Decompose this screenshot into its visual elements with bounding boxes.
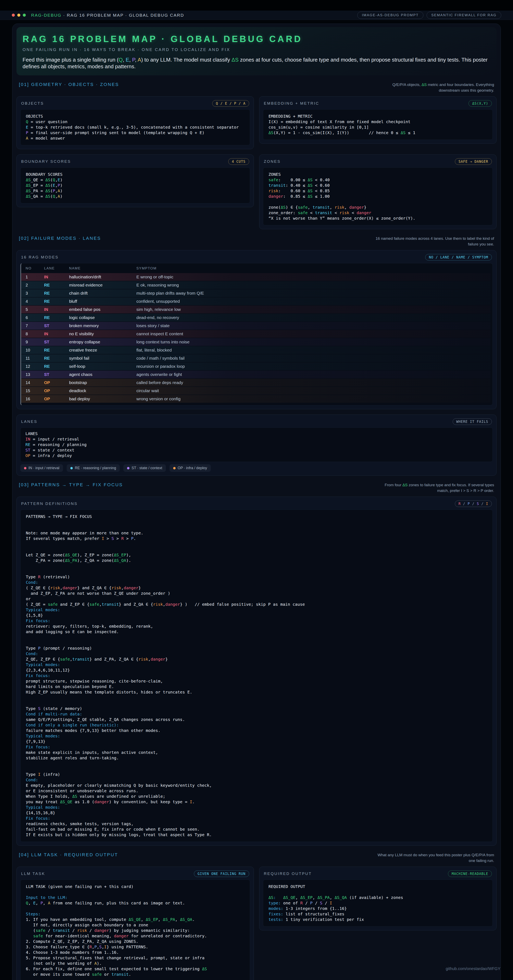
panel-16-rag-modes: 16 RAG MODESNO / LANE / NAME / SYMPTOM N… — [16, 250, 497, 409]
code-line: Cond: — [26, 651, 487, 657]
cell-symptom: called before deps ready — [136, 380, 491, 385]
cell-lane: IN — [44, 307, 69, 312]
lanes-legend: IN · input / retrievalRE · reasoning / p… — [20, 464, 493, 472]
code-line: Fix focus: — [26, 744, 487, 750]
code-line: E = top-k retrieved docs (small k, e.g.,… — [26, 124, 244, 130]
cell-symptom: confident, unsupported — [136, 299, 491, 304]
panel-badge-lanes: WHERE IT FAILS — [452, 418, 492, 425]
table-body: 1INhallucination/driftE wrong or off-top… — [21, 273, 491, 403]
code-block-boundary: BOUNDARY SCORESΔS_QE = ΔS(Q,E)ΔS_EP = ΔS… — [20, 167, 250, 204]
code-block-embedding: EMBEDDING + METRICI(X) = embedding of te… — [263, 109, 493, 140]
code-line: PATTERNS → TYPE → FIX FOCUS — [26, 514, 487, 519]
panel-label-zones: ZONES — [264, 159, 281, 164]
cell-no: 9 — [21, 340, 44, 344]
cell-no: 14 — [21, 380, 44, 385]
section-title-01: [01] GEOMETRY · OBJECTS · ZONES — [19, 82, 119, 87]
table-row-mode-13: 13STagent chaosagents overwrite or fight — [21, 371, 491, 379]
code-line: EMBEDDING + METRIC — [269, 114, 487, 119]
page-subtitle: ONE FAILING RUN IN · 16 WAYS TO BREAK · … — [22, 47, 491, 52]
cell-no: 12 — [21, 364, 44, 369]
table-row-mode-4: 4REbluffconfident, unsupported — [21, 298, 491, 305]
column-header-name: NAME — [69, 266, 136, 270]
window-controls — [12, 14, 26, 17]
code-line: fixes: list of structural_fixes — [269, 911, 487, 917]
code-line: (not only the wording of A). — [26, 961, 244, 966]
code-line: ΔS(X,Y) = 1 - cos_sim(I(X), I(Y)) // hen… — [269, 130, 487, 135]
page-title: RAG 16 PROBLEM MAP · GLOBAL DEBUG CARD — [22, 34, 491, 44]
legend-chip-OP: OP · infra / deploy — [169, 464, 211, 472]
cell-lane: RE — [44, 299, 69, 304]
code-line: 5. Propose structural_fixes that change … — [26, 955, 244, 961]
code-line: Cond if only a single run (heuristic): — [26, 722, 487, 728]
app-name: RAG-DEBUG — [31, 13, 62, 18]
cell-name: logic collapse — [69, 315, 136, 320]
code-line: or move its zone toward safe or transit. — [26, 972, 244, 977]
cell-no: 10 — [21, 348, 44, 353]
code-line: make state explicit in inputs, shorten a… — [26, 750, 487, 755]
code-line: OP = infra / deploy — [25, 453, 488, 458]
cell-lane: ST — [44, 340, 69, 344]
code-line — [26, 563, 487, 569]
section-note-04: What any LLM must do when you feed this … — [372, 852, 494, 863]
code-line: zone(ΔS) ∈ {safe, transit, risk, danger} — [269, 205, 487, 210]
code-line: RE = reasoning / planning — [25, 442, 488, 447]
code-line: High Z_EP usually means the template dis… — [26, 689, 487, 695]
window-minimize-icon[interactable] — [17, 14, 20, 17]
cell-symptom: circular wait — [136, 388, 491, 393]
panel-lanes: LANESWHERE IT FAILS LANESIN = input / re… — [16, 415, 497, 476]
cell-name: no E visibility — [69, 331, 136, 336]
cell-symptom: agents overwrite or fight — [136, 372, 491, 377]
code-line: (safe / transit / risk / danger) by judg… — [26, 928, 244, 933]
panel-label-llm-task: LLM TASK — [21, 872, 45, 876]
code-line: stabilize agent roles and turn-taking. — [26, 755, 487, 761]
table-row-mode-6: 6RElogic collapsedead-end, no recovery — [21, 314, 491, 321]
code-line: ΔS: ΔS_QE, ΔS_EP, ΔS_PA, ΔS_QA (if avail… — [269, 895, 487, 900]
code-line — [26, 569, 487, 574]
panel-boundary-scores: BOUNDARY SCORES4 CUTS BOUNDARY SCORESΔS_… — [16, 154, 254, 207]
cell-name: bluff — [69, 299, 136, 304]
legend-chip-label: IN · input / retrieval — [29, 466, 59, 470]
cell-name: misread evidence — [69, 283, 136, 288]
panel-label-objects: OBJECTS — [21, 101, 44, 106]
lane-dot-icon — [127, 467, 129, 469]
window-title-rest: · RAG 16 PROBLEM MAP · GLOBAL DEBUG CARD — [62, 13, 184, 18]
cell-lane: RE — [44, 291, 69, 296]
code-line: and Z_EP, Z_PA are not worse than Z_QE u… — [26, 591, 487, 596]
panel-label-patterns: PATTERN DEFINITIONS — [21, 501, 78, 506]
code-line: {1,5,8} — [26, 612, 487, 618]
cell-name: deadlock — [69, 388, 136, 393]
window-maximize-icon[interactable] — [23, 14, 26, 17]
code-line: BOUNDARY SCORES — [26, 172, 244, 177]
panel-badge-objects: Q / E / P / A — [212, 100, 249, 107]
panel-label-embedding: EMBEDDING + METRIC — [264, 101, 319, 106]
cell-no: 2 — [21, 283, 44, 288]
panel-badge-zones: SAFE → DANGER — [455, 158, 492, 165]
section-title-02: [02] FAILURE MODES · LANES — [19, 236, 101, 241]
legend-chip-label: ST · state / context — [132, 466, 162, 470]
table-row-mode-8: 8INno E visibilitycannot inspect E conte… — [21, 330, 491, 338]
lane-dot-icon — [173, 467, 175, 469]
github-link[interactable]: github.com/onestardao/WFGY — [446, 966, 500, 971]
cell-no: 5 — [21, 307, 44, 312]
code-line: Fix focus: — [26, 673, 487, 678]
cell-name: symbol fail — [69, 356, 136, 361]
section-header: [03] PATTERNS → TYPE → FIX FOCUS From fo… — [16, 482, 497, 493]
panel-badge-required-output: MACHINE-READABLE — [448, 870, 492, 877]
cell-lane: OP — [44, 388, 69, 393]
section-title-03: [03] PATTERNS → TYPE → FIX FOCUS — [19, 482, 123, 487]
code-line: Type P (prompt / reasoning) — [26, 646, 487, 651]
code-block-lanes: LANESIN = input / retrievalRE = reasonin… — [20, 428, 493, 462]
table-row-mode-16: 16OPbad deploywrong version or config — [21, 395, 491, 403]
code-line: OBJECTS — [26, 114, 244, 119]
code-line: 3. Choose failure_type ∈ {R,P,S,I} using… — [26, 944, 244, 950]
code-block-llm-task: LLM TASK (given one failing run + this c… — [20, 880, 250, 980]
code-line — [26, 640, 487, 646]
cell-no: 4 — [21, 299, 44, 304]
cell-no: 13 — [21, 372, 44, 377]
table-row-mode-12: 12REself-looprecursion or paradox loop — [21, 363, 491, 370]
cell-lane: RE — [44, 315, 69, 320]
cell-symptom: long context turns into noise — [136, 339, 491, 344]
window-close-icon[interactable] — [12, 14, 15, 17]
code-line: Fix focus: — [26, 816, 487, 821]
table-row-mode-3: 3REchain driftmulti-step plan drifts awa… — [21, 290, 491, 297]
